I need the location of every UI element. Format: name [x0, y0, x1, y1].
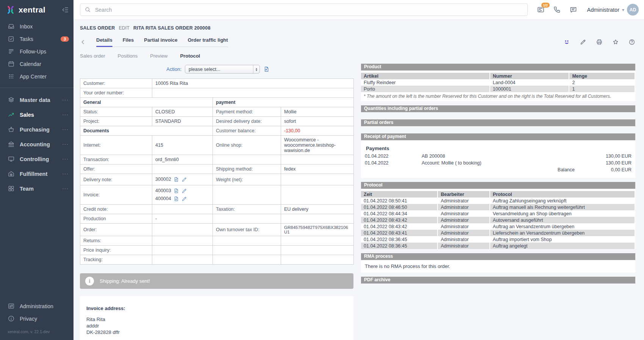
form-row: Order:Own turnover tax ID:GR845759482T97… — [80, 224, 354, 236]
sidebar-item-sales[interactable]: Sales··· — [0, 107, 73, 122]
chat-icon[interactable] — [569, 6, 577, 14]
field-label: Order: — [80, 224, 152, 236]
subtab-protocol[interactable]: Protocol — [180, 53, 200, 59]
sidebar-item-purchasing[interactable]: Purchasing··· — [0, 122, 73, 137]
star-icon[interactable] — [612, 39, 619, 45]
user-menu[interactable]: Administrator ▾ — [587, 7, 624, 13]
tab-order-traffic-light[interactable]: Order traffic light — [188, 37, 228, 43]
form-row: Delivery note:300002Weight (net): — [80, 174, 354, 185]
field-label: Tracking: — [80, 255, 152, 265]
pdf-icon[interactable] — [174, 196, 179, 202]
field-label: payment — [213, 98, 354, 107]
field-label: Project: — [80, 117, 152, 126]
sidebar-item-controlling[interactable]: Controlling··· — [0, 152, 73, 166]
app-window: xentral InboxTasks3Follow-UpsCalendarApp… — [0, 0, 644, 340]
sidebar-item-calendar[interactable]: Calendar — [0, 58, 73, 70]
pdf-export-icon[interactable] — [263, 66, 270, 72]
sidebar-item-master-data[interactable]: Master data··· — [0, 92, 73, 107]
subtab-positions[interactable]: Positions — [117, 53, 138, 59]
sidebar-item-fulfillment[interactable]: Fulfillment··· — [0, 166, 73, 181]
printer-icon[interactable] — [596, 39, 603, 45]
pencil-icon[interactable] — [580, 39, 586, 45]
action-row: Action: please select... ▲▼ — [80, 65, 354, 74]
field-label: General — [80, 98, 213, 107]
edit-icon[interactable] — [181, 188, 187, 194]
protocol-section: Protocol ZeitBearbeiterProtocol 01.04.20… — [361, 182, 635, 249]
warehouse-icon — [8, 170, 15, 177]
pdf-icon[interactable] — [174, 177, 179, 182]
field-value: 300002 — [152, 174, 213, 185]
edit-icon[interactable] — [181, 196, 187, 202]
field-value — [152, 246, 213, 255]
search-box[interactable] — [80, 3, 528, 16]
avatar[interactable]: AD — [627, 4, 639, 16]
payments-title: Payments — [366, 146, 631, 151]
subtab-sales-order[interactable]: Sales order — [80, 53, 105, 59]
product-cell: Land-0004 — [490, 79, 569, 86]
subtab-preview[interactable]: Preview — [150, 53, 167, 59]
finance-news-icon[interactable]: 1/2 — [537, 6, 545, 14]
edit-icon[interactable] — [181, 177, 187, 182]
smiley-icon[interactable] — [563, 39, 570, 45]
payment-description: AB 200008 — [422, 153, 575, 160]
field-value: -130,00 — [281, 126, 354, 136]
ellipsis-icon[interactable]: ··· — [63, 97, 69, 103]
protocol-cell: Auftrag an Versandzentrum übergeben — [490, 223, 635, 230]
field-label: Returns: — [80, 236, 152, 246]
sidebar-item-accounting[interactable]: Accounting··· — [0, 137, 73, 152]
sidebar-item-administration[interactable]: Administration — [0, 300, 73, 312]
field-label — [213, 246, 281, 255]
sidebar-collapse-icon[interactable] — [61, 6, 69, 14]
invoice-address-line: adddr — [86, 323, 347, 328]
sidebar-item-label: Administration — [20, 303, 53, 309]
action-select[interactable]: please select... ▲▼ — [185, 65, 260, 74]
breadcrumb-mode: EDIT — [119, 25, 130, 31]
form-row: Your order number: — [80, 88, 354, 98]
form-row: Project:STANDARDDesired delivery date:so… — [80, 117, 354, 126]
table-row: 01.04.2022 08:46:50AdministratorAuftrag … — [361, 204, 635, 210]
help-icon[interactable] — [628, 39, 635, 45]
back-button[interactable] — [80, 39, 86, 45]
protocol-cell: 01.04.2022 08:43:42 — [361, 223, 438, 230]
topbar-icons: 1/2 — [537, 6, 577, 14]
sidebar-item-inbox[interactable]: Inbox — [0, 20, 73, 33]
search-input[interactable] — [94, 6, 523, 13]
field-value — [281, 174, 354, 185]
payment-row: 01.04.2022Account: Mollie ( to booking)1… — [365, 160, 631, 166]
payment-date: 01.04.2022 — [365, 153, 422, 160]
rma-section-header: RMA process — [361, 253, 635, 260]
sidebar-item-follow-ups[interactable]: Follow-Ups — [0, 45, 73, 58]
pdf-icon[interactable] — [174, 188, 179, 194]
product-footnote: * The amount on the left is the number R… — [361, 92, 635, 101]
sidebar-item-privacy[interactable]: Privacy — [0, 312, 73, 325]
sidebar-item-label: Controlling — [20, 156, 49, 162]
tab-details[interactable]: Details — [96, 37, 113, 43]
balance-row: Balance 0,00 EUR — [365, 166, 631, 173]
ellipsis-icon[interactable]: ··· — [63, 141, 69, 147]
field-value — [281, 236, 354, 246]
field-label: Shipping method: — [213, 165, 281, 174]
ellipsis-icon[interactable]: ··· — [63, 127, 69, 132]
protocol-col-header: Zeit — [361, 191, 438, 197]
sidebar-item-team[interactable]: Team··· — [0, 181, 73, 196]
field-label: Documents — [80, 126, 213, 136]
sidebar-item-tasks[interactable]: Tasks3 — [0, 33, 73, 45]
field-value: 10005 Rita Rita — [152, 79, 354, 88]
sidebar-item-app-center[interactable]: App Center — [0, 70, 73, 83]
phone-icon[interactable] — [553, 6, 561, 14]
field-value — [281, 185, 354, 205]
field-label: Customer balance: — [213, 126, 281, 136]
ellipsis-icon[interactable]: ··· — [63, 171, 69, 177]
shipping-alert-text: Shipping: Already sent! — [100, 278, 150, 284]
quantities-section: Quantities including partial orders — [361, 105, 635, 112]
receipt-section-header: Receipt of payment — [361, 133, 635, 140]
tab-files[interactable]: Files — [123, 37, 134, 43]
protocol-cell: Versandmeldung an Shop übertragen — [490, 210, 635, 217]
balance-label: Balance — [422, 166, 575, 173]
ellipsis-icon[interactable]: ··· — [63, 156, 69, 162]
ellipsis-icon[interactable]: ··· — [63, 186, 69, 191]
field-label: Your order number: — [80, 88, 152, 98]
ellipsis-icon[interactable]: ··· — [63, 112, 69, 118]
field-label: Taxation: — [213, 205, 281, 214]
tab-partial-invoice[interactable]: Partial invoice — [144, 37, 177, 43]
